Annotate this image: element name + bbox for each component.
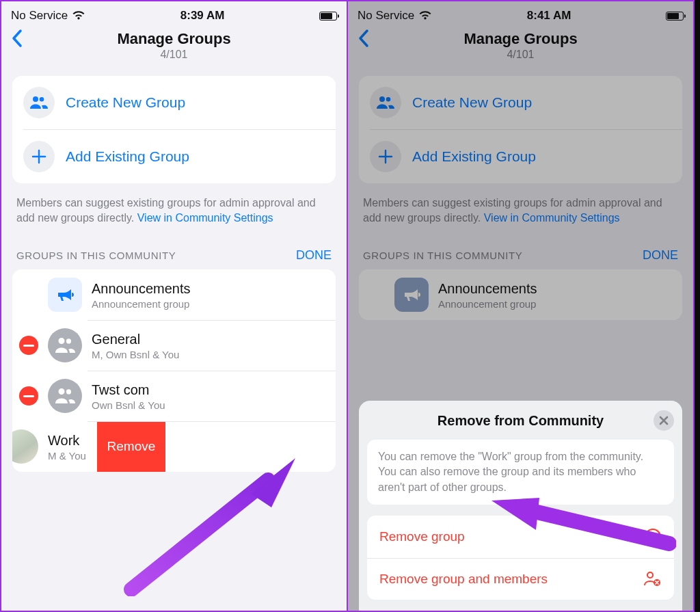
nav-bar: Manage Groups 4/101 <box>1 26 347 68</box>
group-avatar-icon <box>48 379 82 413</box>
clock: 8:39 AM <box>180 9 225 23</box>
add-existing-group-label: Add Existing Group <box>66 148 189 165</box>
group-name: General <box>92 331 179 347</box>
right-screenshot: No Service 8:41 AM Manage Groups 4/101 C… <box>347 0 695 612</box>
plus-icon <box>23 141 55 172</box>
left-screenshot: No Service 8:39 AM Manage Groups 4/101 C… <box>0 0 347 612</box>
swipe-remove-button[interactable]: Remove <box>97 421 165 472</box>
minus-circle-icon <box>644 528 662 546</box>
remove-group-button[interactable]: Remove group <box>367 516 674 558</box>
view-settings-link[interactable]: View in Community Settings <box>137 212 273 224</box>
sheet-description: You can remove the "Work" group from the… <box>367 440 674 505</box>
remove-group-and-members-label: Remove group and members <box>379 572 548 587</box>
group-avatar-icon <box>12 429 38 464</box>
group-name: Twst com <box>92 382 165 398</box>
remove-group-and-members-button[interactable]: Remove group and members <box>367 558 674 600</box>
group-sub: Announcement group <box>92 298 191 310</box>
battery-icon <box>319 12 337 21</box>
group-name: Announcements <box>92 280 191 297</box>
close-icon[interactable] <box>654 410 674 431</box>
group-name: Work <box>48 432 86 449</box>
create-new-group-label: Create New Group <box>66 94 185 111</box>
group-sub: M, Own Bsnl & You <box>92 349 179 360</box>
nav-title: Manage Groups <box>1 30 347 47</box>
group-row-work[interactable]: Work M & You Remove <box>12 421 336 472</box>
edit-delete-icon[interactable] <box>19 336 38 355</box>
hint-text: Members can suggest existing groups for … <box>12 183 336 229</box>
wifi-icon <box>72 11 85 21</box>
group-sub: Own Bsnl & You <box>92 399 165 411</box>
status-bar: No Service 8:39 AM <box>1 1 347 26</box>
person-remove-icon <box>643 571 662 587</box>
megaphone-icon <box>48 278 82 312</box>
edit-delete-icon[interactable] <box>19 386 38 405</box>
group-row-twst[interactable]: Twst com Own Bsnl & You <box>12 371 336 421</box>
create-new-group-button[interactable]: Create New Group <box>12 76 336 129</box>
people-icon <box>23 87 55 118</box>
group-sub: M & You <box>48 450 86 462</box>
add-existing-group-button[interactable]: Add Existing Group <box>23 129 336 183</box>
svg-line-0 <box>131 480 268 589</box>
sheet-title: Remove from Community <box>438 413 604 429</box>
group-avatar-icon <box>48 328 82 362</box>
group-row-announcements[interactable]: Announcements Announcement group <box>12 269 336 320</box>
remove-sheet: Remove from Community You can remove the… <box>359 401 682 611</box>
section-label: GROUPS IN THIS COMMUNITY <box>16 250 176 261</box>
group-row-general[interactable]: General M, Own Bsnl & You <box>12 320 336 371</box>
back-chevron-icon[interactable] <box>11 29 23 48</box>
remove-group-label: Remove group <box>379 529 465 544</box>
done-button[interactable]: DONE <box>296 248 332 263</box>
carrier-text: No Service <box>11 9 68 23</box>
nav-subtitle: 4/101 <box>1 49 347 61</box>
